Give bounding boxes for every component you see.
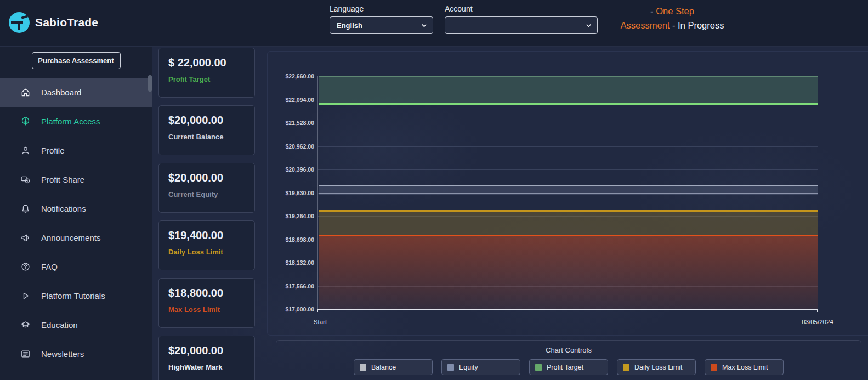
x-axis-tick-start: Start — [304, 319, 337, 325]
stat-card-current-balance: $20,000.00Current Balance — [158, 105, 255, 155]
brand[interactable]: SabioTrade — [9, 12, 98, 33]
person-icon — [20, 145, 31, 156]
question-circle-icon — [20, 262, 31, 273]
stat-card-daily-loss-limit: $19,400.00Daily Loss Limit — [158, 220, 255, 270]
toggle-max-loss-limit-button[interactable]: Max Loss Limit — [705, 359, 784, 375]
sidebar-item-profile[interactable]: Profile — [0, 136, 152, 165]
y-axis-tick: $18,698.00 — [285, 236, 314, 243]
sidebar-item-newsletters[interactable]: Newsletters — [0, 339, 152, 368]
stat-card-profit-target: $ 22,000.00Profit Target — [158, 48, 255, 98]
chart-controls-panel: Chart Controls BalanceEquityProfit Targe… — [276, 340, 861, 380]
series-toggle-label: Max Loss Limit — [722, 364, 768, 371]
play-icon — [20, 291, 31, 302]
chevron-down-icon — [421, 22, 427, 29]
y-axis-tick: $19,830.00 — [285, 190, 314, 196]
series-toggle-label: Profit Target — [547, 364, 583, 371]
graduation-cap-icon — [20, 320, 31, 331]
stat-card-value: $19,400.00 — [168, 229, 254, 242]
y-axis-tick: $19,264.00 — [285, 213, 314, 219]
sidebar-item-notifications[interactable]: Notifications — [0, 194, 152, 223]
sabiotrade-logo-icon — [9, 12, 30, 33]
series-color-swatch — [535, 364, 542, 371]
stat-card-label: Current Balance — [168, 133, 254, 141]
y-axis-tick: $17,000.00 — [285, 306, 314, 313]
top-bar: SabioTrade Language English Account - On… — [0, 0, 868, 47]
chart-plot-area[interactable] — [317, 76, 818, 309]
stat-card-value: $20,000.00 — [168, 344, 254, 357]
assessment-status: - One StepAssessment - In Progress — [600, 4, 744, 32]
series-color-swatch — [360, 364, 366, 371]
sidebar-item-platform-tutorials[interactable]: Platform Tutorials — [0, 281, 152, 310]
sidebar-item-dashboard[interactable]: Dashboard — [0, 78, 152, 107]
toggle-daily-loss-limit-button[interactable]: Daily Loss Limit — [617, 359, 696, 375]
sidebar-item-faq[interactable]: FAQ — [0, 252, 152, 281]
brand-name: SabioTrade — [35, 16, 98, 29]
language-select[interactable]: English — [330, 16, 433, 34]
stat-card-highwater-mark: $20,000.00HighWater Mark — [158, 336, 255, 380]
profit-target-band — [319, 76, 818, 104]
main-content: $ 22,000.00Profit Target$20,000.00Curren… — [152, 47, 868, 380]
stat-card-label: Current Equity — [168, 190, 254, 198]
chevron-down-icon — [586, 22, 592, 29]
chart-controls-row: BalanceEquityProfit TargetDaily Loss Lim… — [276, 359, 861, 375]
y-axis-tick: $22,094.00 — [285, 97, 314, 103]
sidebar-item-label: Education — [41, 320, 78, 330]
sidebar-item-platform-access[interactable]: Platform Access — [0, 107, 152, 136]
equity-line — [319, 193, 818, 194]
stat-card-value: $20,000.00 — [168, 114, 254, 127]
toggle-equity-button[interactable]: Equity — [441, 359, 520, 375]
series-toggle-label: Balance — [371, 364, 396, 371]
toggle-profit-target-button[interactable]: Profit Target — [529, 359, 608, 375]
y-axis-tick: $17,566.00 — [285, 283, 314, 290]
daily-loss-band — [319, 211, 818, 235]
sidebar-item-label: Platform Tutorials — [41, 291, 105, 300]
y-axis-tick: $20,396.00 — [285, 166, 314, 173]
status-state-text: - — [650, 6, 656, 16]
sidebar-item-label: Profit Share — [41, 175, 84, 184]
sidebar-item-label: Notifications — [41, 204, 86, 213]
gridline — [318, 146, 818, 147]
y-axis-tick: $20,962.00 — [285, 143, 314, 150]
sidebar-item-label: Platform Access — [41, 117, 100, 126]
sidebar: Purchase Assessment DashboardPlatform Ac… — [0, 47, 152, 380]
stat-card-label: Max Loss Limit — [168, 305, 254, 314]
home-icon — [20, 87, 31, 98]
purchase-assessment-button[interactable]: Purchase Assessment — [32, 52, 121, 69]
y-axis-tick: $18,132.00 — [285, 259, 314, 266]
stat-card-label: Daily Loss Limit — [168, 248, 254, 256]
chart-controls-title: Chart Controls — [276, 346, 861, 354]
sidebar-item-profit-share[interactable]: Profit Share — [0, 165, 152, 194]
chart-panel: $22,660.00$22,094.00$21,528.00$20,962.00… — [267, 51, 868, 336]
stat-card-value: $20,000.00 — [168, 172, 254, 184]
equity-band — [319, 186, 818, 195]
series-toggle-label: Equity — [459, 364, 478, 371]
sidebar-item-label: Dashboard — [41, 88, 81, 97]
scrollbar-thumb[interactable] — [148, 75, 152, 92]
stat-card-value: $18,800.00 — [168, 287, 254, 299]
balance-line — [319, 185, 818, 186]
language-label: Language — [330, 4, 433, 13]
stat-card-label: HighWater Mark — [168, 363, 254, 371]
sidebar-item-label: FAQ — [41, 262, 58, 271]
account-select[interactable] — [445, 16, 598, 34]
y-axis-tick: $22,660.00 — [285, 73, 314, 80]
bell-icon — [20, 203, 31, 214]
sidebar-item-announcements[interactable]: Announcements — [0, 223, 152, 252]
series-color-swatch — [447, 364, 454, 371]
sidebar-item-label: Announcements — [41, 233, 100, 242]
profit-target-line — [319, 103, 818, 105]
sidebar-item-label: Profile — [41, 146, 65, 155]
max-loss-band — [319, 235, 818, 309]
sidebar-item-education[interactable]: Education — [0, 310, 152, 339]
x-axis-tick-date: 03/05/2024 — [790, 319, 845, 325]
daily-loss-line — [319, 210, 818, 212]
toggle-balance-button[interactable]: Balance — [354, 359, 433, 375]
stat-cards-column: $ 22,000.00Profit Target$20,000.00Curren… — [158, 48, 255, 380]
status-program-name: One Step — [656, 6, 694, 16]
language-selected-value: English — [337, 21, 362, 30]
sidebar-item-label: Newsletters — [41, 349, 84, 359]
stat-card-value: $ 22,000.00 — [168, 56, 254, 69]
megaphone-icon — [20, 232, 31, 243]
newspaper-icon — [20, 349, 31, 360]
account-label: Account — [445, 4, 598, 13]
